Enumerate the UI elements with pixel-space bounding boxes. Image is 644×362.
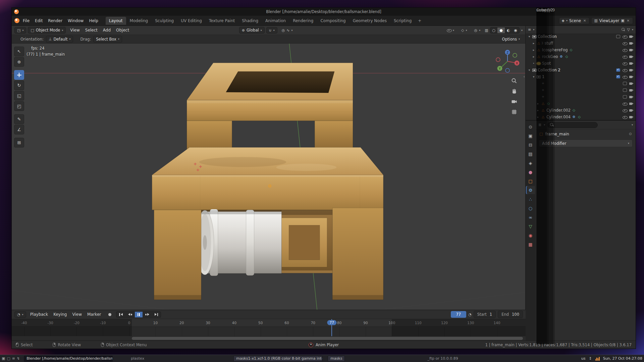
outliner-row[interactable]: ▸△Cube.009◇ — [526, 100, 636, 107]
camera-icon[interactable] — [629, 109, 634, 112]
outliner-editor-icon[interactable]: ≡ — [528, 27, 531, 32]
taskbar-task[interactable]: Blender [/home/amalie/Desktop/blender/ba… — [24, 356, 113, 362]
expander-icon[interactable]: ▸ — [532, 55, 535, 58]
title-bar[interactable]: Blender [/home/amalie/Desktop/blender/ba… — [12, 8, 636, 16]
shading-solid-button[interactable]: ● — [497, 27, 505, 33]
tool-cursor[interactable]: ⊕ — [14, 57, 24, 67]
outliner-item-name[interactable]: Collection 2 — [538, 68, 560, 72]
outliner-row[interactable]: ▸△3stuff — [526, 40, 636, 47]
stop-playback-icon[interactable] — [309, 343, 313, 347]
camera-icon[interactable] — [629, 68, 634, 72]
viewlayer-selector[interactable]: ▥ ViewLayer ▣ ✕ — [591, 17, 633, 24]
timeline-editor-dropdown[interactable]: ◔▾ — [14, 311, 26, 318]
outliner-item-name[interactable]: 1 — [542, 74, 544, 79]
expander-icon[interactable]: ▸ — [536, 115, 540, 119]
timeline-menu-keying[interactable]: Keying — [51, 311, 69, 318]
viewlayer-remove-icon[interactable]: ✕ — [626, 19, 630, 22]
tool-add-cube[interactable]: ⊞ — [14, 138, 24, 147]
eye-icon[interactable] — [623, 75, 627, 79]
outliner-row[interactable]: ▸△Cylinder.002◇ — [526, 107, 636, 114]
tab-scene[interactable]: ◈ — [526, 159, 535, 167]
checkbox-icon[interactable] — [616, 35, 620, 38]
grid-toggle-icon[interactable] — [511, 109, 517, 115]
timeline-tracks[interactable] — [12, 327, 526, 336]
outliner-row[interactable]: +sempty2 — [526, 87, 636, 94]
tab-render[interactable]: ▣ — [526, 132, 535, 140]
workspace-tab-shading[interactable]: Shading — [238, 17, 262, 25]
tab-tool[interactable]: ⊙ — [526, 123, 535, 131]
timeline-menu-playback[interactable]: Playback — [28, 311, 51, 318]
workspace-tab-rendering[interactable]: Rendering — [289, 17, 317, 25]
camera-icon[interactable] — [629, 82, 634, 85]
workspace-tab-modeling[interactable]: Modeling — [126, 17, 152, 25]
tab-modifiers[interactable]: ⚙ — [526, 186, 535, 194]
new-viewlayer-icon[interactable]: ▣ — [621, 18, 624, 23]
checkbox-icon[interactable] — [623, 95, 627, 99]
outliner-row[interactable]: •Spot — [526, 60, 636, 67]
outliner-row[interactable]: ▸△Cylinder.004⚙◇ — [526, 114, 636, 120]
outliner-item-name[interactable]: stuff — [544, 41, 553, 46]
workspace-tab-layout[interactable]: Layout — [106, 17, 126, 25]
outliner-row[interactable]: ▸△rockGeo⚙◇ — [526, 53, 636, 60]
menu-icon[interactable]: ≡ — [12, 356, 15, 361]
search-icon[interactable] — [622, 28, 625, 32]
eye-icon[interactable] — [623, 55, 627, 59]
transform-orientation-dropdown[interactable]: ⊕Global▾ — [239, 27, 265, 34]
tool-annotate[interactable]: ✎ — [14, 114, 24, 124]
orientation-dropdown[interactable]: ⊥Default▾ — [46, 36, 73, 43]
expander-icon[interactable]: ▸ — [536, 109, 540, 112]
blender-menu-icon[interactable] — [14, 18, 19, 23]
pan-hand-icon[interactable] — [511, 88, 517, 94]
properties-search[interactable] — [547, 122, 598, 128]
checkbox-checked-icon[interactable] — [616, 68, 620, 72]
mode-dropdown[interactable]: □Object Mode▾ — [28, 27, 66, 34]
outliner-item-name[interactable]: Cylinder.002 — [546, 108, 571, 113]
menu-edit[interactable]: Edit — [32, 17, 45, 24]
window-list-icon[interactable]: ▣ — [2, 356, 5, 361]
pause-button[interactable] — [135, 312, 143, 317]
cpu-monitor-icon[interactable] — [595, 357, 600, 361]
tab-texture[interactable]: ▦ — [526, 240, 535, 248]
workspace-tab-animation[interactable]: Animation — [262, 17, 289, 25]
timeline-ruler[interactable]: -40-30-20-100102030405060708090100110120… — [12, 319, 526, 327]
options-dropdown[interactable]: Options▾ — [499, 36, 523, 43]
eye-icon[interactable] — [623, 35, 627, 39]
add-modifier-button[interactable]: Add Modifier ▾ — [539, 139, 633, 147]
outliner-row[interactable]: ▾Collection — [526, 33, 636, 40]
camera-icon[interactable] — [629, 115, 634, 119]
checkbox-checked-icon[interactable] — [616, 75, 620, 78]
eye-icon[interactable] — [623, 48, 627, 52]
eye-icon[interactable] — [623, 62, 627, 65]
viewport-menu-add[interactable]: Add — [100, 27, 113, 34]
taskbar-task[interactable]: masks1-x1.xcf-1.0 (RGB color 8-bit gamma… — [233, 356, 322, 362]
expander-icon[interactable]: ▸ — [532, 48, 535, 52]
outliner-row[interactable]: ▾Collection 2 — [526, 67, 636, 73]
outliner-item-name[interactable]: IcosphereFog — [542, 48, 568, 52]
playhead[interactable]: 77 — [331, 319, 332, 336]
timeline-menu-view[interactable]: View — [69, 311, 84, 318]
eye-icon[interactable] — [623, 68, 627, 72]
scene-unlink-icon[interactable]: ✕ — [583, 19, 587, 22]
pin-icon[interactable]: ⊙ — [629, 132, 632, 136]
scene-selector[interactable]: ◈ ▾ Scene ✕ — [559, 17, 590, 24]
outliner-item-name[interactable]: Spot — [542, 61, 551, 66]
filter-funnel-icon[interactable]: ▽ — [627, 27, 630, 32]
menu-file[interactable]: File — [20, 17, 32, 24]
jump-to-start-button[interactable] — [116, 312, 125, 317]
chevron-down-icon[interactable]: ▾ — [632, 123, 633, 126]
timeline-body[interactable]: -40-30-20-100102030405060708090100110120… — [12, 319, 526, 341]
eye-icon[interactable] — [623, 42, 627, 45]
navigation-gizmo[interactable]: Z X Y — [494, 48, 521, 74]
outliner-row[interactable]: ▾1 — [526, 73, 636, 80]
workspace-tab-sculpting[interactable]: Sculpting — [152, 17, 177, 25]
checkbox-icon[interactable] — [623, 88, 627, 92]
shading-material-button[interactable]: ◐ — [505, 27, 512, 33]
viewport-menu-select[interactable]: Select — [83, 27, 100, 34]
next-keyframe-button[interactable] — [143, 312, 152, 317]
expander-icon[interactable]: ▾ — [532, 75, 535, 78]
eye-icon[interactable] — [623, 109, 627, 112]
prev-keyframe-button[interactable] — [125, 312, 135, 317]
viewport-menu-object[interactable]: Object — [113, 27, 132, 34]
outliner-item-name[interactable]: Collection — [538, 34, 557, 39]
end-frame-field[interactable]: End100 — [498, 311, 523, 318]
